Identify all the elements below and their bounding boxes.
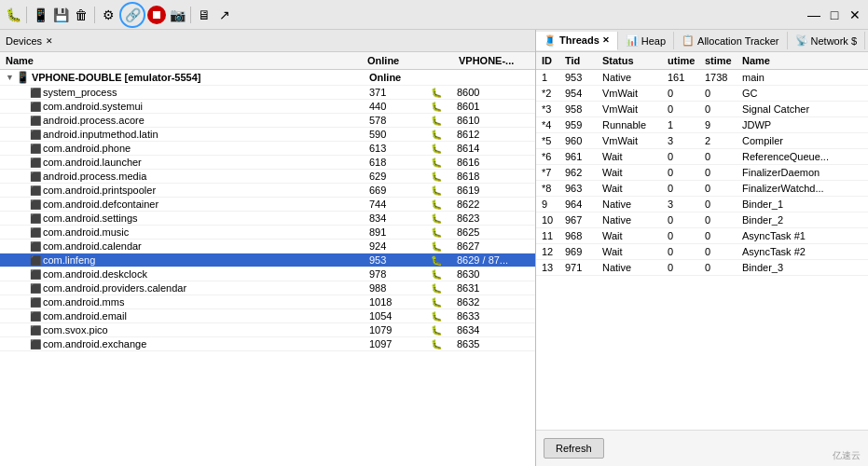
threads-table-header: ID Tid Status utime stime Name [536, 52, 868, 70]
process-row[interactable]: ⬛ com.android.launcher 618 🐛 8616 [0, 156, 535, 170]
thread-row[interactable]: 10 967 Native 0 0 Binder_2 [536, 212, 868, 228]
process-row[interactable]: ⬛ com.linfeng 953 🐛 8629 / 87... [0, 254, 535, 267]
process-row[interactable]: ⬛ com.android.phone 613 🐛 8614 [0, 142, 535, 156]
thread-status: VmWait [600, 134, 666, 147]
process-icon: ⬛ [30, 116, 41, 126]
col-bug [431, 54, 457, 67]
thread-row[interactable]: *7 962 Wait 0 0 FinalizerDaemon [536, 165, 868, 181]
process-icon: ⬛ [30, 199, 41, 210]
process-name-cell: ⬛ android.inputmethod.latin [4, 129, 365, 140]
settings-toolbar-icon[interactable]: ⚙ [99, 6, 117, 24]
process-row[interactable]: ⬛ com.android.exchange 1097 🐛 8635 [0, 337, 535, 351]
process-name-cell: ⬛ com.android.printspooler [4, 185, 365, 196]
thread-row[interactable]: *6 961 Wait 0 0 ReferenceQueue... [536, 149, 868, 165]
thread-row[interactable]: 11 968 Wait 0 0 AsyncTask #1 [536, 228, 868, 244]
thread-status: Native [600, 213, 666, 226]
device-root-row[interactable]: ▼ 📱 VPHONE-DOUBLE [emulator-5554] Online [0, 70, 535, 86]
devices-table[interactable]: Name Online VPHONE-... ▼ 📱 VPHONE-DOUBLE… [0, 52, 535, 466]
col-id: ID [540, 54, 563, 67]
toolbar-separator-2 [94, 7, 95, 23]
col-online: Online [365, 54, 431, 67]
process-row[interactable]: ⬛ com.android.defcontainer 744 🐛 8622 [0, 198, 535, 212]
process-port: 8612 [457, 129, 531, 140]
thread-row[interactable]: *2 954 VmWait 0 0 GC [536, 86, 868, 102]
thread-row[interactable]: *4 959 Runnable 1 9 JDWP [536, 117, 868, 133]
process-row[interactable]: ⬛ com.android.providers.calendar 988 🐛 8… [0, 281, 535, 295]
process-row[interactable]: ⬛ com.android.deskclock 978 🐛 8630 [0, 267, 535, 281]
refresh-button[interactable]: Refresh [544, 438, 604, 459]
tab-heap[interactable]: 📊 Heap [618, 32, 674, 49]
refresh-area: Refresh [536, 430, 868, 466]
process-icon: ⬛ [30, 297, 41, 308]
thread-stime: 0 [703, 166, 740, 179]
thread-utime: 0 [666, 261, 703, 274]
thread-row[interactable]: 1 953 Native 161 1738 main [536, 70, 868, 86]
process-port: 8618 [457, 171, 531, 182]
process-row[interactable]: ⬛ com.android.systemui 440 🐛 8601 [0, 100, 535, 114]
thread-stime: 0 [703, 150, 740, 163]
minimize-toolbar-icon[interactable]: — [805, 6, 823, 24]
process-row[interactable]: ⬛ android.inputmethod.latin 590 🐛 8612 [0, 128, 535, 142]
connect-toolbar-icon[interactable]: 🔗 [123, 6, 142, 24]
process-row[interactable]: ⬛ android.process.media 629 🐛 8618 [0, 170, 535, 184]
arrow-toolbar-icon[interactable]: ↗ [215, 6, 234, 24]
process-debug-icon: 🐛 [431, 102, 457, 112]
maximize-toolbar-icon[interactable]: □ [825, 6, 844, 24]
tab-network[interactable]: 📡 Network $ [788, 32, 866, 49]
process-debug-icon: 🐛 [431, 255, 457, 266]
thread-status: Native [600, 198, 666, 211]
process-row[interactable]: ⬛ com.android.calendar 924 🐛 8627 [0, 240, 535, 254]
thread-tid: 968 [563, 229, 600, 242]
process-name-cell: ⬛ com.android.email [4, 310, 365, 322]
delete-toolbar-icon[interactable]: 🗑 [72, 6, 90, 24]
process-name: com.android.music [43, 226, 129, 238]
process-row[interactable]: ⬛ com.android.printspooler 669 🐛 8619 [0, 184, 535, 198]
camera-toolbar-icon[interactable]: 📷 [168, 6, 186, 24]
process-row[interactable]: ⬛ android.process.acore 578 🐛 8610 [0, 114, 535, 128]
stop-button[interactable] [147, 6, 166, 24]
process-name-cell: ⬛ system_process [4, 87, 365, 98]
thread-status: Runnable [600, 118, 666, 131]
process-port: 8633 [457, 310, 531, 322]
threads-tab-close[interactable]: ✕ [602, 35, 610, 45]
process-name: android.process.acore [43, 115, 145, 126]
thread-name: FinalizerDaemon [740, 166, 864, 179]
thread-status: Wait [600, 166, 666, 179]
thread-tid: 962 [563, 166, 600, 179]
save-toolbar-icon[interactable]: 💾 [51, 6, 70, 24]
network-tab-label: Network $ [811, 35, 858, 47]
process-row[interactable]: ⬛ com.android.music 891 🐛 8625 [0, 226, 535, 240]
thread-utime: 0 [666, 103, 703, 116]
thread-row[interactable]: *8 963 Wait 0 0 FinalizerWatchd... [536, 181, 868, 197]
process-icon: ⬛ [30, 213, 41, 224]
process-row[interactable]: ⬛ system_process 371 🐛 8600 [0, 86, 535, 100]
process-debug-icon: 🐛 [431, 283, 457, 294]
tab-allocation[interactable]: 📋 Allocation Tracker [674, 32, 787, 49]
device-toolbar-icon[interactable]: 📱 [31, 6, 49, 24]
process-icon: ⬛ [30, 269, 41, 280]
thread-utime: 0 [666, 229, 703, 242]
thread-name: Signal Catcher [740, 103, 864, 116]
thread-row[interactable]: *5 960 VmWait 3 2 Compiler [536, 133, 868, 149]
process-pid: 891 [365, 226, 431, 238]
device-name-cell: ▼ 📱 VPHONE-DOUBLE [emulator-5554] [4, 71, 365, 84]
thread-tid: 958 [563, 103, 600, 116]
process-row[interactable]: ⬛ com.android.mms 1018 🐛 8632 [0, 295, 535, 309]
thread-tid: 960 [563, 134, 600, 147]
process-row[interactable]: ⬛ com.svox.pico 1079 🐛 8634 [0, 323, 535, 337]
thread-row[interactable]: 13 971 Native 0 0 Binder_3 [536, 260, 868, 276]
process-name-cell: ⬛ com.android.defcontainer [4, 199, 365, 210]
thread-row[interactable]: 9 964 Native 3 0 Binder_1 [536, 197, 868, 212]
process-row[interactable]: ⬛ com.android.email 1054 🐛 8633 [0, 309, 535, 323]
thread-row[interactable]: 12 969 Wait 0 0 AsyncTask #2 [536, 244, 868, 260]
process-row[interactable]: ⬛ com.android.settings 834 🐛 8623 [0, 212, 535, 226]
thread-name: AsyncTask #1 [740, 229, 864, 242]
thread-row[interactable]: *3 958 VmWait 0 0 Signal Catcher [536, 102, 868, 117]
bug-toolbar-icon[interactable]: 🐛 [4, 6, 22, 24]
tab-threads[interactable]: 🧵 Threads ✕ [536, 32, 618, 50]
threads-panel: 🧵 Threads ✕ 📊 Heap 📋 Allocation Tracker … [536, 30, 868, 466]
screen-toolbar-icon[interactable]: 🖥 [195, 6, 214, 24]
thread-name: GC [740, 87, 864, 100]
close-toolbar-icon[interactable]: ✕ [846, 6, 864, 24]
thread-utime: 0 [666, 87, 703, 100]
